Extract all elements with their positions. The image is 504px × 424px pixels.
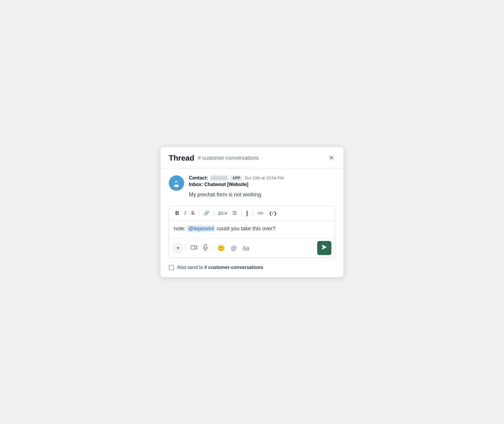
panel-body: Contact: APP Oct 10th at 10:54 PM Inbox:… bbox=[161, 168, 343, 277]
composer-footer: + bbox=[169, 238, 335, 257]
contact-name-blurred bbox=[210, 176, 228, 180]
composer: B I S 🔗 þ1⃣≡ ☰ bbox=[169, 206, 335, 258]
toolbar-divider-4 bbox=[253, 210, 253, 216]
composer-toolbar: B I S 🔗 þ1⃣≡ ☰ bbox=[169, 206, 335, 221]
also-send-label: Also send to # customer-conversations bbox=[177, 265, 263, 270]
channel-label: # customer-conversations bbox=[198, 155, 259, 161]
microphone-icon bbox=[203, 244, 208, 252]
ordered-list-icon: þ1⃣≡ bbox=[219, 211, 227, 216]
add-attachment-button[interactable]: + bbox=[173, 243, 183, 253]
mention-tag: @tejaswini bbox=[187, 225, 215, 232]
composer-text-suffix: could you take this over? bbox=[215, 226, 275, 231]
send-button[interactable] bbox=[317, 241, 331, 255]
avatar-icon bbox=[172, 179, 181, 187]
thread-panel: Thread # customer-conversations ✕ Contac… bbox=[161, 147, 343, 277]
composer-text-area[interactable]: note: @tejaswini could you take this ove… bbox=[169, 221, 335, 238]
message-card: Contact: APP Oct 10th at 10:54 PM Inbox:… bbox=[169, 175, 335, 199]
emoji-icon: 🙂 bbox=[217, 245, 225, 251]
svg-point-3 bbox=[175, 182, 178, 184]
strikethrough-button[interactable]: S bbox=[189, 209, 197, 217]
unordered-list-icon: ☰ bbox=[233, 211, 237, 216]
video-button[interactable] bbox=[188, 243, 199, 252]
also-send-checkbox[interactable] bbox=[169, 265, 174, 270]
message-content: Contact: APP Oct 10th at 10:54 PM Inbox:… bbox=[189, 175, 335, 199]
code-block-button[interactable]: ❮/❯ bbox=[267, 209, 279, 217]
toolbar-divider-3 bbox=[241, 210, 241, 216]
svg-rect-6 bbox=[204, 244, 207, 248]
svg-marker-9 bbox=[322, 244, 327, 250]
composer-text-prefix: note: bbox=[174, 226, 187, 231]
rich-text-button[interactable]: Aa bbox=[240, 244, 251, 252]
bold-icon: B bbox=[175, 210, 179, 216]
italic-icon: I bbox=[184, 210, 186, 216]
at-icon: @ bbox=[231, 245, 237, 251]
toolbar-divider-2 bbox=[214, 210, 214, 216]
header-left: Thread # customer-conversations bbox=[169, 154, 259, 163]
close-button[interactable]: ✕ bbox=[328, 154, 335, 162]
close-icon: ✕ bbox=[329, 154, 334, 162]
ordered-list-button[interactable]: þ1⃣≡ bbox=[217, 209, 229, 217]
plus-icon: + bbox=[176, 245, 180, 251]
italic-button[interactable]: I bbox=[182, 209, 188, 217]
inline-code-button[interactable]: </> bbox=[256, 209, 266, 217]
footer-divider-2 bbox=[212, 245, 213, 251]
link-button[interactable]: 🔗 bbox=[202, 209, 212, 217]
emoji-button[interactable]: 🙂 bbox=[215, 243, 227, 253]
inline-code-icon: </> bbox=[258, 211, 264, 216]
link-icon: 🔗 bbox=[204, 211, 210, 216]
mention-button[interactable]: @ bbox=[228, 243, 239, 253]
blockquote-button[interactable]: ‖ bbox=[244, 209, 251, 217]
contact-label: Contact: bbox=[189, 175, 208, 181]
avatar bbox=[169, 175, 184, 191]
also-send-channel: # customer-conversations bbox=[204, 265, 263, 270]
svg-rect-4 bbox=[191, 246, 195, 249]
message-timestamp: Oct 10th at 10:54 PM bbox=[245, 176, 284, 180]
code-block-icon: ❮/❯ bbox=[269, 211, 277, 216]
footer-divider-1 bbox=[186, 245, 186, 251]
app-badge: APP bbox=[230, 175, 242, 181]
unordered-list-button[interactable]: ☰ bbox=[230, 209, 239, 217]
send-icon bbox=[321, 244, 328, 252]
rich-text-icon: Aa bbox=[243, 245, 249, 251]
svg-marker-5 bbox=[195, 246, 197, 249]
panel-header: Thread # customer-conversations ✕ bbox=[161, 147, 343, 168]
message-meta: Contact: APP Oct 10th at 10:54 PM bbox=[189, 175, 335, 181]
also-send-row: Also send to # customer-conversations bbox=[169, 264, 335, 271]
audio-button[interactable] bbox=[201, 242, 210, 253]
message-body: My prechat form is not working bbox=[189, 191, 335, 199]
blockquote-icon: ‖ bbox=[246, 210, 248, 216]
svg-point-2 bbox=[174, 184, 179, 187]
video-icon bbox=[191, 245, 197, 251]
panel-title: Thread bbox=[169, 154, 194, 163]
toolbar-divider-1 bbox=[199, 210, 199, 216]
also-send-text-prefix: Also send to bbox=[177, 265, 204, 270]
bold-button[interactable]: B bbox=[173, 209, 181, 217]
inbox-label: Inbox: Chatwoot [Website] bbox=[189, 182, 335, 187]
strikethrough-icon: S bbox=[191, 211, 194, 216]
